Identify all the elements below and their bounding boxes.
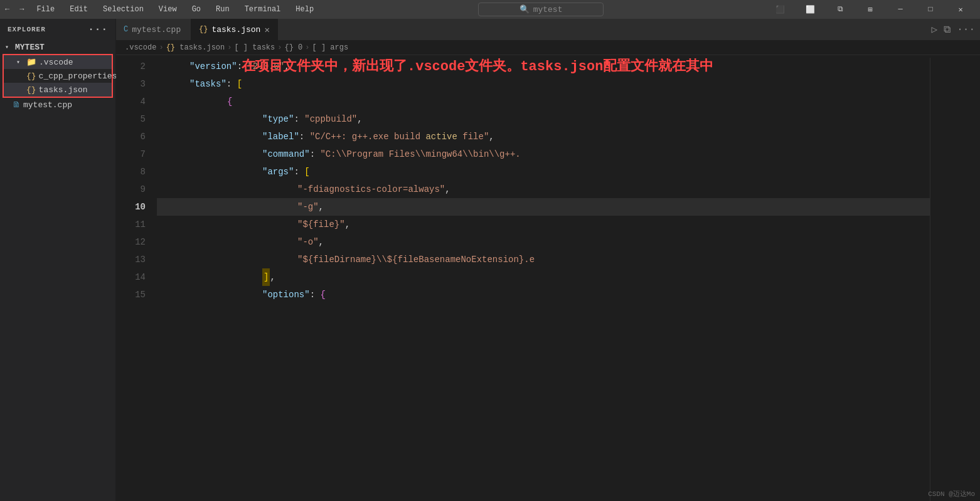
annotation-overlay: 在项目文件夹中，新出现了.vscode文件夹。tasks.json配置文件就在其…	[242, 56, 713, 75]
code-line-12: "-o",	[157, 233, 930, 251]
tab-icon-json: {}	[199, 25, 208, 34]
ln-8: 8	[116, 163, 146, 181]
key-command: "command"	[262, 145, 310, 163]
code-line-4: {	[157, 93, 930, 110]
ln-4: 4	[116, 93, 146, 110]
breadcrumb-tasks-json[interactable]: {} tasks.json	[166, 43, 225, 52]
ln-14: 14	[116, 268, 146, 286]
layout-btn2[interactable]: ⬜	[796, 0, 824, 19]
tab-mytest-cpp[interactable]: C mytest.cpp	[116, 19, 191, 40]
sidebar-header: EXPLORER ···	[0, 19, 115, 40]
editor-content[interactable]: 2 3 4 5 6 7 8 9 10 11 12 13 14 15 "versi…	[116, 55, 980, 501]
nav-back[interactable]: ←	[5, 5, 9, 14]
code-line-3: "tasks": [	[157, 75, 930, 93]
code-line-14: ],	[157, 268, 930, 286]
sidebar-item-mytest-cpp[interactable]: 🗎 mytest.cpp	[0, 98, 115, 112]
nav-forward[interactable]: →	[19, 5, 24, 14]
json-icon-2: {}	[26, 85, 36, 95]
layout-btn4[interactable]: ⊞	[856, 0, 885, 19]
menu-view[interactable]: View	[156, 5, 179, 14]
key-tasks: "tasks"	[189, 75, 226, 93]
menu-go[interactable]: Go	[189, 5, 203, 14]
watermark: CSDN @迈达Mo	[928, 489, 975, 498]
breadcrumb-0[interactable]: {} 0	[284, 43, 302, 52]
menu-edit[interactable]: Edit	[67, 5, 90, 14]
ln-13: 13	[116, 251, 146, 268]
code-line-13: "${fileDirname}\\${fileBasenameNoExtensi…	[157, 251, 930, 268]
search-bar[interactable]: 🔍 mytest	[478, 3, 604, 16]
tasks-json-label: tasks.json	[39, 85, 107, 95]
sidebar-highlight: ▾ 📁 .vscode {} c_cpp_properties.json {} …	[3, 54, 113, 98]
key-options: "options"	[262, 286, 310, 303]
ln-10: 10	[116, 198, 146, 216]
layout-toggle-btn[interactable]: ⬛	[765, 0, 794, 19]
tab-icon-cpp: C	[124, 25, 128, 34]
close-btn[interactable]: ✕	[946, 0, 975, 19]
tab-label-mytest: mytest.cpp	[132, 25, 181, 34]
tab-tasks-json[interactable]: {} tasks.json ✕	[191, 19, 278, 40]
minimap-canvas	[930, 58, 980, 501]
ln-9: 9	[116, 181, 146, 198]
sidebar-item-vscode[interactable]: ▾ 📁 .vscode	[4, 55, 112, 69]
maximize-btn[interactable]: □	[916, 0, 945, 19]
project-name-label: MYTEST	[15, 43, 45, 52]
breadcrumb: .vscode › {} tasks.json › [ ] tasks › {}…	[116, 41, 980, 55]
menu-run[interactable]: Run	[213, 5, 232, 14]
breadcrumb-args[interactable]: [ ] args	[312, 43, 348, 52]
ln-3: 3	[116, 75, 146, 93]
code-line-5: "type": "cppbuild",	[157, 110, 930, 128]
minimize-btn[interactable]: ─	[886, 0, 915, 19]
code-line-8: "args": [	[157, 163, 930, 181]
run-icon[interactable]: ▷	[932, 23, 938, 36]
sidebar-item-tasks-json[interactable]: {} tasks.json	[4, 83, 112, 97]
search-icon: 🔍	[519, 4, 530, 14]
code-line-15: "options": {	[157, 286, 930, 303]
code-line-11: "${file}",	[157, 216, 930, 233]
sidebar: EXPLORER ··· ▾ MYTEST ▾ 📁 .vscode {} c_c…	[0, 19, 116, 501]
ln-11: 11	[116, 216, 146, 233]
ln-2: 2	[116, 58, 146, 75]
tab-bar: C mytest.cpp {} tasks.json ✕ ▷ ⧉ ···	[116, 19, 980, 41]
breadcrumb-tasks[interactable]: [ ] tasks	[234, 43, 275, 52]
menu-help[interactable]: Help	[293, 5, 316, 14]
project-chevron: ▾	[5, 43, 13, 51]
key-version: "version"	[189, 58, 237, 75]
tab-bar-actions: ▷ ⧉ ···	[932, 19, 980, 40]
folder-icon: 📁	[26, 57, 36, 67]
sidebar-item-cpp-properties[interactable]: {} c_cpp_properties.json	[4, 69, 112, 83]
ln-6: 6	[116, 128, 146, 145]
layout-btn3[interactable]: ⧉	[826, 0, 855, 19]
sidebar-more-btn[interactable]: ···	[88, 24, 108, 35]
split-editor-icon[interactable]: ⧉	[944, 24, 951, 36]
window-controls: ⬛ ⬜ ⧉ ⊞ ─ □ ✕	[765, 0, 975, 19]
more-actions-icon[interactable]: ···	[957, 24, 975, 35]
ln-5: 5	[116, 110, 146, 128]
sidebar-title: EXPLORER	[8, 26, 46, 33]
minimap	[930, 58, 980, 501]
annotation-text: 在项目文件夹中，新出现了.vscode文件夹。tasks.json配置文件就在其…	[242, 59, 713, 75]
title-bar: ← → File Edit Selection View Go Run Term…	[0, 0, 980, 19]
code-line-10: "-g",	[157, 198, 930, 216]
tab-label-tasks: tasks.json	[211, 25, 260, 34]
menu-bar: ← → File Edit Selection View Go Run Term…	[5, 5, 316, 14]
main-area: EXPLORER ··· ▾ MYTEST ▾ 📁 .vscode {} c_c…	[0, 19, 980, 501]
vscode-folder-label: .vscode	[39, 58, 107, 67]
code-area[interactable]: "version": "2.0.0", "tasks": [ { "type":…	[151, 58, 930, 501]
tab-close-btn[interactable]: ✕	[264, 24, 269, 35]
code-line-9: "-fdiagnostics-color=always",	[157, 181, 930, 198]
menu-terminal[interactable]: Terminal	[242, 5, 284, 14]
line-numbers: 2 3 4 5 6 7 8 9 10 11 12 13 14 15	[116, 58, 151, 501]
project-root[interactable]: ▾ MYTEST	[0, 40, 115, 54]
mytest-cpp-label: mytest.cpp	[23, 100, 110, 110]
key-type: "type"	[262, 110, 294, 128]
breadcrumb-vscode[interactable]: .vscode	[125, 43, 156, 52]
ln-15: 15	[116, 286, 146, 303]
code-line-7: "command": "C:\\Program Files\\mingw64\\…	[157, 145, 930, 163]
menu-file[interactable]: File	[34, 5, 57, 14]
ln-7: 7	[116, 145, 146, 163]
vscode-chevron: ▾	[16, 58, 24, 66]
menu-selection[interactable]: Selection	[100, 5, 146, 14]
editor-container: C mytest.cpp {} tasks.json ✕ ▷ ⧉ ··· .vs…	[116, 19, 980, 501]
cpp-icon: 🗎	[13, 100, 21, 110]
key-args: "args"	[262, 163, 294, 181]
